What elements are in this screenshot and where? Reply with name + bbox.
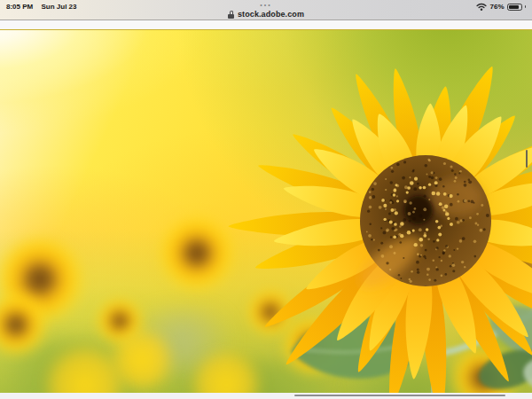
battery-percent: 76% (489, 3, 504, 11)
bottom-bar (0, 393, 532, 399)
battery-icon (507, 4, 522, 11)
status-indicators: 76% (476, 3, 526, 11)
address-bar-domain: stock.adobe.com (238, 10, 304, 19)
address-bar[interactable]: stock.adobe.com (0, 9, 532, 20)
wifi-icon (476, 3, 487, 11)
lock-icon (228, 11, 235, 19)
main-sunflower (195, 30, 532, 393)
toolbar-ellipsis-icon[interactable]: ••• (0, 2, 532, 8)
browser-top-bar: 8:05 PM Sun Jul 23 ••• stock.adobe.com 7… (0, 0, 532, 20)
vertical-scrollbar[interactable] (526, 150, 528, 168)
battery-tip (525, 5, 527, 9)
safari-window: 8:05 PM Sun Jul 23 ••• stock.adobe.com 7… (0, 0, 532, 399)
sunflower-photo[interactable] (0, 29, 532, 393)
page-background-strip (0, 20, 532, 29)
horizontal-scrollbar[interactable] (294, 395, 505, 396)
